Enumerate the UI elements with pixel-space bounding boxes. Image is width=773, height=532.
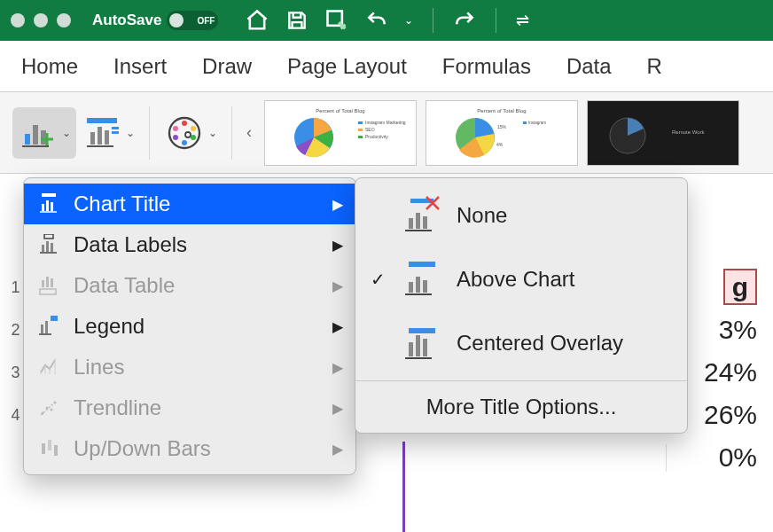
svg-rect-63 (423, 280, 427, 293)
svg-rect-43 (46, 277, 49, 287)
svg-rect-39 (42, 245, 44, 252)
svg-rect-41 (51, 243, 53, 252)
svg-rect-62 (416, 277, 420, 293)
redo-icon[interactable] (453, 9, 476, 32)
quick-layout-button[interactable]: ⌄ (76, 107, 140, 159)
chart-style-1[interactable]: Percent of Total Blog Instagram Marketin… (264, 100, 417, 166)
svg-point-16 (173, 126, 178, 131)
svg-rect-59 (423, 216, 427, 229)
chart-selection-edge (402, 442, 405, 532)
home-icon[interactable] (245, 8, 269, 33)
svg-rect-46 (51, 316, 58, 321)
submenu-arrow-icon: ▶ (332, 318, 343, 335)
window-controls (11, 13, 71, 27)
submenu-item-centered-overlay[interactable]: Centered Overlay (355, 311, 687, 375)
cell[interactable]: 0% (667, 442, 773, 473)
menu-item-chart-title[interactable]: Chart Title ▶ (24, 184, 355, 224)
close-window-button[interactable] (11, 13, 25, 27)
svg-rect-2 (33, 125, 38, 145)
chart-title-icon (36, 193, 61, 215)
svg-rect-55 (54, 445, 58, 456)
legend-icon (36, 316, 61, 337)
svg-rect-45 (40, 289, 56, 294)
change-colors-button[interactable]: ⌄ (159, 107, 223, 159)
menu-item-legend[interactable]: Legend ▶ (24, 306, 355, 347)
gallery-prev-icon[interactable]: ‹ (241, 123, 257, 142)
svg-text:Productivity: Productivity (365, 134, 388, 139)
svg-rect-66 (423, 339, 427, 356)
zoom-window-button[interactable] (57, 13, 71, 27)
chart-style-2[interactable]: Percent of Total Blog 15% 4% Instagram (426, 100, 578, 166)
svg-rect-64 (409, 342, 413, 356)
submenu-arrow-icon: ▶ (332, 400, 343, 417)
menu-label: Data Table (74, 273, 175, 298)
tab-page-layout[interactable]: Page Layout (287, 54, 407, 79)
updown-bars-icon (36, 438, 61, 459)
tab-insert[interactable]: Insert (113, 54, 167, 79)
svg-text:4%: 4% (496, 142, 504, 147)
svg-rect-6 (98, 127, 102, 145)
submenu-label: Above Chart (457, 267, 574, 292)
toolbar-divider (496, 8, 496, 33)
tab-home[interactable]: Home (21, 54, 78, 79)
data-labels-icon (36, 234, 61, 255)
customize-toolbar-icon[interactable]: ⇌ (516, 11, 529, 30)
svg-point-13 (191, 135, 196, 140)
svg-rect-20 (358, 121, 363, 124)
submenu-item-more-options[interactable]: More Title Options... (355, 387, 687, 427)
svg-rect-24 (358, 136, 363, 138)
svg-text:SEO: SEO (365, 127, 375, 132)
svg-rect-9 (112, 131, 119, 134)
svg-rect-57 (409, 218, 413, 229)
submenu-label: Centered Overlay (457, 331, 623, 356)
svg-text:Remote Work: Remote Work (672, 129, 706, 135)
save-icon[interactable] (285, 9, 308, 32)
ribbon: ⌄ ⌄ ⌄ ‹ Percent of To (0, 92, 773, 174)
toolbar-divider (433, 8, 433, 33)
svg-point-11 (182, 121, 187, 126)
svg-rect-58 (416, 213, 420, 229)
svg-rect-34 (42, 193, 56, 197)
undo-icon[interactable] (365, 9, 388, 32)
submenu-arrow-icon: ▶ (332, 441, 343, 458)
menu-item-data-labels[interactable]: Data Labels ▶ (24, 224, 355, 265)
tab-data[interactable]: Data (566, 54, 612, 79)
autosave-toggle[interactable]: OFF (167, 11, 218, 30)
ribbon-separator (149, 106, 150, 160)
tab-formulas[interactable]: Formulas (442, 54, 531, 79)
add-chart-element-button[interactable]: ⌄ (12, 107, 76, 159)
svg-rect-61 (409, 282, 413, 293)
chevron-down-icon: ⌄ (62, 127, 71, 139)
submenu-arrow-icon: ▶ (332, 237, 343, 254)
data-table-icon (36, 275, 61, 296)
menu-label: Up/Down Bars (74, 436, 211, 461)
tab-draw[interactable]: Draw (202, 54, 252, 79)
svg-rect-48 (45, 321, 48, 333)
svg-rect-37 (51, 202, 53, 211)
menu-item-trendline: Trendline ▶ (24, 387, 355, 428)
svg-point-12 (191, 126, 196, 131)
menu-label: Legend (74, 314, 144, 339)
autosave-state: OFF (197, 16, 215, 26)
edit-icon[interactable] (324, 8, 349, 33)
svg-text:Instagram Marketing: Instagram Marketing (365, 120, 406, 125)
title-centered-overlay-icon (400, 321, 444, 365)
undo-dropdown-icon[interactable]: ⌄ (404, 14, 413, 27)
minimize-window-button[interactable] (34, 13, 48, 27)
add-chart-element-menu: Chart Title ▶ Data Labels ▶ Data Table ▶… (23, 177, 356, 475)
svg-rect-5 (90, 132, 95, 145)
submenu-arrow-icon: ▶ (332, 196, 343, 213)
svg-text:Percent of Total Blog: Percent of Total Blog (477, 108, 526, 113)
svg-rect-36 (46, 200, 49, 211)
autosave-control[interactable]: AutoSave OFF (92, 11, 218, 30)
chart-style-3[interactable]: Remote Work (587, 100, 739, 166)
check-icon: ✓ (368, 269, 387, 290)
tab-more[interactable]: R (647, 54, 662, 79)
svg-rect-3 (41, 130, 46, 145)
lines-icon (36, 356, 61, 378)
submenu-item-none[interactable]: None (355, 184, 687, 247)
svg-text:Percent of Total Blog: Percent of Total Blog (316, 108, 364, 113)
svg-rect-60 (409, 262, 435, 267)
titlebar: AutoSave OFF ⌄ ⇌ (0, 0, 773, 41)
submenu-item-above-chart[interactable]: ✓ Above Chart (355, 247, 687, 311)
